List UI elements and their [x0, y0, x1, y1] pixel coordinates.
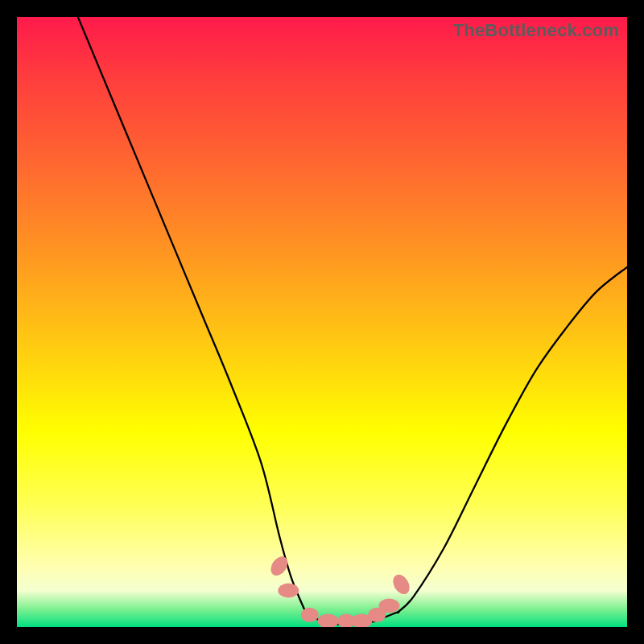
marker-point	[390, 572, 413, 597]
chart-frame: TheBottleneck.com	[0, 0, 644, 644]
marker-point	[278, 584, 299, 598]
highlight-markers	[267, 553, 413, 627]
chart-plot-area: TheBottleneck.com	[17, 17, 627, 627]
marker-point	[301, 608, 319, 622]
marker-point	[318, 613, 339, 627]
chart-overlay	[17, 17, 627, 627]
bottleneck-curve	[78, 17, 627, 625]
marker-point	[378, 599, 399, 613]
